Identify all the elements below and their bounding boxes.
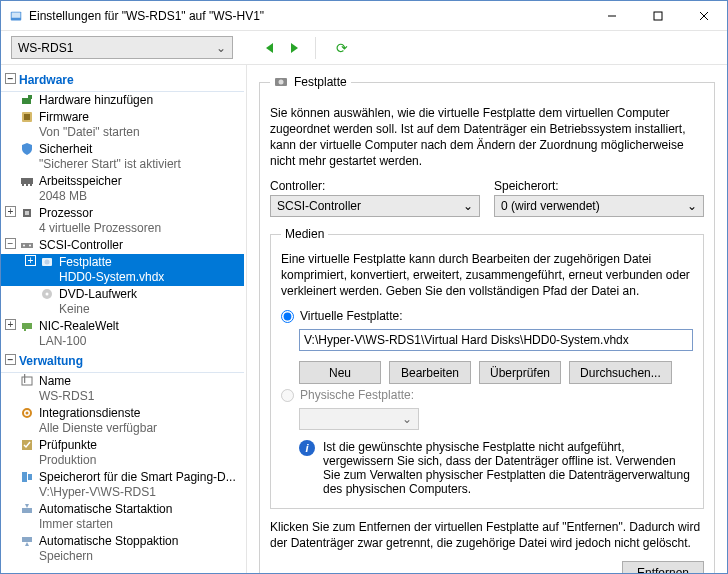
svg-rect-34 [22, 508, 32, 513]
sidebar-item-add-hardware[interactable]: Hardware hinzufügen [1, 92, 244, 109]
media-legend: Medien [281, 227, 328, 241]
edit-button[interactable]: Bearbeiten [389, 361, 471, 384]
disk-fieldset: Festplatte Sie können auswählen, wie die… [259, 75, 715, 573]
svg-point-39 [279, 80, 284, 85]
section-hardware[interactable]: − Hardware [1, 69, 244, 92]
svg-rect-12 [21, 178, 33, 184]
autostop-icon [20, 534, 34, 548]
sidebar-item-name[interactable]: I Name WS-RDS1 [1, 373, 244, 405]
vm-selector[interactable]: WS-RDS1 ⌄ [11, 36, 233, 59]
controller-label: Controller: [270, 179, 480, 193]
memory-icon [20, 174, 34, 188]
sidebar-item-checkpoints[interactable]: Prüfpunkte Produktion [1, 437, 244, 469]
checkpoint-icon [20, 438, 34, 452]
svg-rect-25 [22, 323, 32, 329]
content-pane: Festplatte Sie können auswählen, wie die… [247, 65, 727, 573]
svg-text:I: I [23, 374, 26, 386]
disk-legend: Festplatte [270, 75, 351, 89]
collapse-icon[interactable]: − [5, 354, 16, 365]
titlebar: Einstellungen für "WS-RDS1" auf "WS-HV1" [1, 1, 727, 31]
expand-icon[interactable]: + [5, 319, 16, 330]
nav-forward-button[interactable] [287, 41, 301, 55]
svg-rect-33 [28, 474, 32, 480]
section-management[interactable]: − Verwaltung [1, 350, 244, 373]
controller-dropdown[interactable]: SCSI-Controller ⌄ [270, 195, 480, 217]
harddisk-icon [40, 255, 54, 269]
sidebar-item-processor[interactable]: + Prozessor 4 virtuelle Prozessoren [1, 205, 244, 237]
svg-rect-32 [22, 472, 27, 482]
collapse-icon[interactable]: − [5, 73, 16, 84]
sidebar-item-memory[interactable]: Arbeitsspeicher 2048 MB [1, 173, 244, 205]
svg-point-30 [26, 412, 29, 415]
minimize-button[interactable] [589, 1, 635, 31]
svg-rect-11 [24, 114, 30, 120]
svg-marker-35 [25, 504, 29, 508]
radio-physical-disk: Physische Festplatte: [281, 388, 693, 402]
maximize-button[interactable] [635, 1, 681, 31]
expand-icon[interactable]: + [5, 206, 16, 217]
sidebar-item-autostart[interactable]: Automatische Startaktion Immer starten [1, 501, 244, 533]
sidebar: − Hardware Hardware hinzufügen Firmware … [1, 65, 247, 573]
radio-virtual-input[interactable] [281, 310, 294, 323]
svg-point-19 [23, 245, 25, 247]
harddisk-icon [274, 75, 288, 89]
services-icon [20, 406, 34, 420]
radio-physical-input [281, 389, 294, 402]
autostart-icon [20, 502, 34, 516]
toolbar: WS-RDS1 ⌄ ⟳ [1, 31, 727, 65]
dvd-icon [40, 287, 54, 301]
remove-button[interactable]: Entfernen [622, 561, 704, 573]
chevron-down-icon: ⌄ [463, 199, 473, 213]
svg-rect-26 [24, 329, 26, 331]
new-button[interactable]: Neu [299, 361, 381, 384]
expand-icon[interactable]: + [25, 255, 36, 266]
add-hardware-icon [20, 93, 34, 107]
svg-rect-17 [25, 211, 29, 215]
chevron-down-icon: ⌄ [216, 41, 226, 55]
vm-selector-value: WS-RDS1 [18, 41, 73, 55]
location-dropdown[interactable]: 0 (wird verwendet) ⌄ [494, 195, 704, 217]
window-title: Einstellungen für "WS-RDS1" auf "WS-HV1" [29, 9, 589, 23]
sidebar-item-firmware[interactable]: Firmware Von "Datei" starten [1, 109, 244, 141]
remove-note: Klicken Sie zum Entfernen der virtuellen… [270, 519, 704, 551]
svg-rect-9 [28, 95, 32, 99]
check-button[interactable]: Überprüfen [479, 361, 561, 384]
svg-point-20 [29, 245, 31, 247]
name-icon: I [20, 374, 34, 388]
reload-button[interactable]: ⟳ [336, 40, 348, 56]
radio-virtual-disk[interactable]: Virtuelle Festplatte: [281, 309, 693, 323]
firmware-icon [20, 110, 34, 124]
svg-rect-1 [12, 12, 21, 17]
sidebar-item-dvd[interactable]: DVD-Laufwerk Keine [1, 286, 244, 318]
intro-text: Sie können auswählen, wie die virtuelle … [270, 105, 704, 169]
sidebar-item-autostop[interactable]: Automatische Stoppaktion Speichern [1, 533, 244, 565]
browse-button[interactable]: Durchsuchen... [569, 361, 672, 384]
location-label: Speicherort: [494, 179, 704, 193]
physical-disk-dropdown: ⌄ [299, 408, 419, 430]
svg-point-24 [46, 293, 49, 296]
svg-marker-37 [25, 542, 29, 546]
paging-icon [20, 470, 34, 484]
svg-marker-7 [291, 43, 298, 53]
media-fieldset: Medien Eine virtuelle Festplatte kann du… [270, 227, 704, 509]
svg-marker-6 [266, 43, 273, 53]
vhd-path-input[interactable] [299, 329, 693, 351]
close-button[interactable] [681, 1, 727, 31]
nav-back-button[interactable] [263, 41, 277, 55]
collapse-icon[interactable]: − [5, 238, 16, 249]
scsi-icon [20, 238, 34, 252]
nic-icon [20, 319, 34, 333]
shield-icon [20, 142, 34, 156]
sidebar-item-scsi-controller[interactable]: − SCSI-Controller [1, 237, 244, 254]
media-intro: Eine virtuelle Festplatte kann durch Bea… [281, 251, 693, 299]
info-icon: i [299, 440, 315, 456]
sidebar-item-security[interactable]: Sicherheit "Sicherer Start" ist aktivier… [1, 141, 244, 173]
toolbar-separator [315, 37, 316, 59]
svg-rect-18 [21, 243, 33, 248]
sidebar-item-smartpaging[interactable]: Speicherort für die Smart Paging-D... V:… [1, 469, 244, 501]
cpu-icon [20, 206, 34, 220]
sidebar-item-nic[interactable]: + NIC-RealeWelt LAN-100 [1, 318, 244, 350]
sidebar-item-integration[interactable]: Integrationsdienste Alle Dienste verfügb… [1, 405, 244, 437]
svg-rect-13 [22, 184, 24, 186]
sidebar-item-harddisk[interactable]: + Festplatte HDD0-System.vhdx [1, 254, 244, 286]
